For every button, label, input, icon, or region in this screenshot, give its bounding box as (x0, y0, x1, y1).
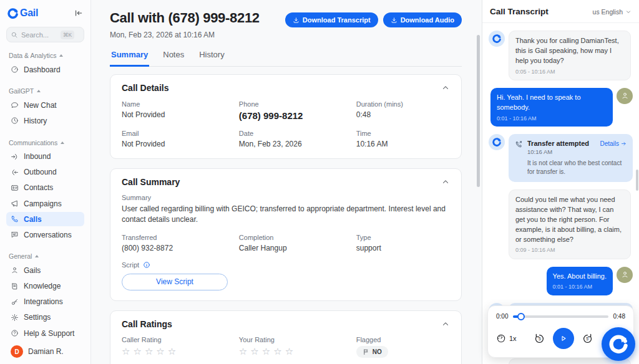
section-general[interactable]: General (9, 252, 82, 260)
tab-history[interactable]: History (198, 50, 225, 66)
sidebar-item-inbound[interactable]: Inbound (6, 150, 84, 164)
field-type: Type support (356, 234, 450, 252)
call-summary-card: Call Summary Summary User called regardi… (110, 168, 462, 301)
app-logo: Gail (7, 7, 38, 19)
info-icon[interactable] (143, 261, 150, 269)
sidebar-item-conversations[interactable]: Conversations (6, 228, 84, 242)
sidebar-item-campaigns[interactable]: Campaigns (6, 196, 84, 211)
sidebar-item-contacts[interactable]: Contacts (6, 181, 84, 195)
sidebar-collapse-icon[interactable] (74, 9, 83, 17)
phone-transfer-icon (515, 140, 523, 148)
current-time: 0:00 (496, 313, 508, 320)
summary-label: Summary (122, 194, 450, 201)
sidebar-item-dashboard[interactable]: Dashboard (6, 62, 84, 77)
playback-speed-control[interactable]: 1x (496, 333, 517, 343)
sidebar: Gail ⌘K Data & Analytics Dashboard GailG… (0, 0, 91, 364)
main-content: Call with (678) 999-8212 Mon, Feb 23, 20… (91, 0, 482, 364)
flag-icon (363, 348, 369, 355)
event-time: 10:16 AM (527, 148, 589, 155)
user-name: Damian R. (28, 347, 64, 356)
event-body: It is not clear who the best contact for… (527, 159, 627, 176)
sidebar-item-history[interactable]: History (6, 113, 84, 128)
seek-bar[interactable] (513, 315, 608, 318)
sidebar-item-settings[interactable]: Settings (6, 310, 84, 325)
tab-bar: Summary Notes History (110, 50, 462, 67)
message-timestamp: 0:01 - 10:16 AM (497, 115, 607, 123)
sidebar-item-integrations[interactable]: Integrations (6, 295, 84, 309)
help-icon (11, 329, 19, 337)
sidebar-item-calls[interactable]: Calls (6, 212, 84, 226)
rewind-5-icon[interactable] (534, 333, 545, 345)
transcript-message-agent: Could you tell me what you need assistan… (489, 189, 633, 259)
call-ratings-card: Call Ratings Caller Rating ☆☆☆☆☆ Your Ra… (110, 310, 462, 364)
caller-rating-stars[interactable]: ☆☆☆☆☆ (122, 346, 239, 357)
card-title: Call Summary (122, 177, 180, 187)
sidebar-item-gails[interactable]: Gails (6, 263, 84, 277)
transcript-message-agent: Thank you for calling DamianTest, this i… (489, 31, 633, 80)
app-name: Gail (20, 7, 38, 19)
speed-value: 1x (509, 335, 517, 342)
section-collapse-icon (37, 90, 41, 92)
caller-avatar (617, 267, 633, 283)
tab-notes[interactable]: Notes (162, 50, 185, 66)
your-rating: Your Rating ☆☆☆☆☆ (239, 336, 356, 358)
section-communications[interactable]: Communications (9, 139, 82, 146)
flagged-badge[interactable]: NO (356, 346, 388, 358)
field-duration: Duration (mins) 0:48 (356, 100, 450, 121)
download-icon (293, 17, 300, 24)
transcript-message-user: Hi. Yeah. I need to speak to somebody. 0… (489, 88, 633, 127)
card-title: Call Details (122, 83, 168, 93)
user-profile[interactable]: D Damian R. (6, 342, 84, 358)
transfer-card: Transfer attempted 10:16 AM Details It i… (509, 134, 633, 182)
your-rating-stars[interactable]: ☆☆☆☆☆ (239, 346, 356, 357)
seek-thumb[interactable] (517, 313, 525, 320)
chevron-up-icon[interactable] (441, 320, 450, 328)
sidebar-item-new-chat[interactable]: New Chat (6, 98, 84, 112)
sidebar-item-outbound[interactable]: Outbound (6, 165, 84, 180)
view-script-button[interactable]: View Script (122, 274, 228, 290)
message-bubble: Yes. About billing. 0:01 - 10:16 AM (547, 267, 613, 295)
message-bubble: Could you tell me what you need assistan… (509, 189, 631, 259)
conversation-icon (11, 231, 19, 239)
sidebar-item-help-support[interactable]: Help & Support (6, 326, 84, 340)
transcript-event-transfer: Transfer attempted 10:16 AM Details It i… (489, 134, 633, 182)
search-box[interactable]: ⌘K (6, 27, 84, 42)
summary-text: User called regarding billing with GEICO… (122, 204, 450, 225)
tab-summary[interactable]: Summary (110, 50, 149, 67)
gail-assistant-button[interactable] (602, 327, 635, 361)
gear-icon (11, 314, 19, 322)
search-input[interactable] (21, 31, 57, 39)
language-selector[interactable]: us English (593, 8, 632, 16)
forward-5-icon[interactable] (582, 333, 593, 345)
sidebar-item-knowledge[interactable]: Knowledge (6, 279, 84, 294)
section-gailgpt[interactable]: GailGPT (9, 87, 82, 95)
page-title: Call with (678) 999-8212 (110, 10, 260, 26)
agent-avatar (489, 134, 505, 150)
key-icon (11, 298, 19, 306)
inbound-arrow-icon (11, 153, 19, 161)
section-data-analytics[interactable]: Data & Analytics (9, 52, 82, 59)
play-button[interactable] (553, 328, 574, 349)
download-audio-button[interactable]: Download Audio (383, 12, 462, 27)
script-label: Script (122, 261, 139, 269)
outbound-arrow-icon (11, 168, 19, 176)
chevron-up-icon[interactable] (441, 84, 450, 92)
gail-logo-icon (609, 335, 628, 353)
dashboard-icon (11, 65, 19, 74)
event-title: Transfer attempted (527, 140, 589, 147)
message-timestamp: 0:05 - 10:16 AM (515, 68, 624, 76)
card-title: Call Ratings (122, 319, 172, 329)
transcript-scrollbar[interactable] (636, 170, 638, 191)
download-transcript-button[interactable]: Download Transcript (285, 12, 378, 27)
chevron-down-icon (625, 9, 632, 15)
play-icon (559, 333, 568, 343)
phone-icon (11, 215, 19, 223)
field-date: Date Mon, Feb 23, 2026 (239, 130, 356, 148)
caller-avatar (617, 88, 633, 104)
field-name: Name Not Provided (122, 100, 239, 121)
field-transferred: Transferred (800) 932-8872 (122, 234, 239, 252)
chevron-up-icon[interactable] (441, 178, 450, 186)
message-bubble: Thank you for calling DamianTest, this i… (509, 31, 631, 80)
details-link[interactable]: Details (600, 140, 627, 147)
main-scrollbar[interactable] (477, 35, 480, 187)
